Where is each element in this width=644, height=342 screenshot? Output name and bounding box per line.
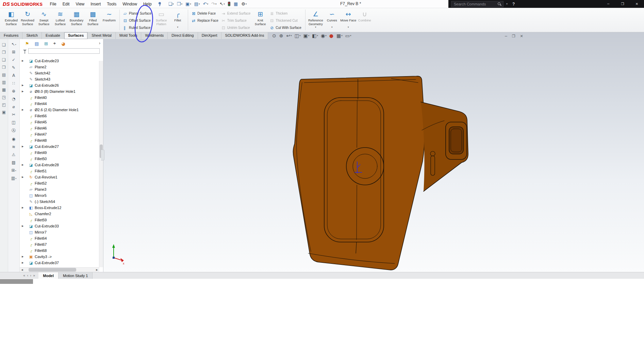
tab-scroll-start-icon[interactable]: « [23,274,25,277]
menu-item[interactable]: Window [119,1,140,7]
filled-surface-button[interactable]: ▩ Filled Surface [85,8,101,26]
tree-item[interactable]: ╭ Fillet49 [20,150,103,156]
offset-surface-button[interactable]: ⊟ Offset Surface [122,18,153,23]
propertymanager-tab-icon[interactable]: ▤ [35,41,39,46]
boundary-surface-button[interactable]: ▦ Boundary Surface [68,8,85,26]
tree-item[interactable]: ╭ Fillet48 [20,137,103,143]
scrollbar-thumb[interactable] [29,268,76,272]
tools-dock-icon[interactable]: ✂ [12,112,16,117]
model-3d-view[interactable]: x [103,32,644,272]
featuremanager-tab-icon[interactable]: ⚑ [25,41,29,46]
tree-item[interactable]: ╭ Fillet64 [20,235,103,241]
panel-splitter-handle[interactable] [101,150,104,160]
close-window-icon[interactable]: ✕ [630,0,644,8]
hide-show-items-icon[interactable]: ◉ ▾ [321,33,327,38]
tools-dock-icon[interactable]: ▥ ▾ [11,176,16,181]
tools-dock-icon[interactable]: ✎ [12,65,16,70]
left-dock-icon[interactable]: ▣ [2,110,6,115]
tree-item[interactable]: ▶ ◪ Cut-Extrude26 [20,82,103,88]
expand-arrow-icon[interactable]: ▶ [20,145,26,148]
tools-dock-icon[interactable]: ≋ [12,144,16,149]
document-restore-icon[interactable]: ❐ [512,34,515,38]
zoom-to-area-icon[interactable]: ⊕ [279,33,284,38]
planar-surface-button[interactable]: ▱ Planar Surface [122,11,153,16]
expand-arrow-icon[interactable]: ▶ [20,261,26,264]
left-dock-icon[interactable]: ❏ [2,42,6,47]
tools-dock-icon[interactable]: ▨ [12,160,16,165]
tree-item[interactable]: ▶ ◪ Cut-Extrude27 [20,143,103,150]
delete-face-button[interactable]: ⊠ Delete Face [190,11,220,16]
tree-item[interactable]: ╭ Fillet45 [20,119,103,125]
dropdown-caret-icon[interactable]: ▾ [348,26,349,29]
expand-arrow-icon[interactable]: ▶ [20,176,26,178]
lofted-surface-button[interactable]: ≋ Lofted Surface [52,8,68,26]
tree-item[interactable]: ▶ ⌀ Ø8.0 (8) Diameter Hole1 [20,88,103,95]
new-document-icon[interactable]: ❏ ▾ [167,1,175,7]
tree-filter-input[interactable] [28,48,100,54]
minimize-window-icon[interactable]: ─ [601,0,615,8]
expand-arrow-icon[interactable]: ▶ [20,255,26,258]
scrollbar-track[interactable] [24,268,95,272]
tree-item[interactable]: ▶ ◪ Cut-Extrude33 [20,223,103,229]
search-commands-box[interactable] [451,1,503,7]
tools-dock-icon[interactable]: A [12,73,15,78]
menu-item[interactable]: Edit [60,1,73,7]
tab-scroll-next-icon[interactable]: › [30,274,31,277]
tree-item[interactable]: ╭ Fillet51 [20,168,103,174]
expand-arrow-icon[interactable]: ▶ [20,164,26,166]
tree-item[interactable]: ╭ Fillet67 [20,241,103,247]
search-dropdown-caret-icon[interactable]: ▾ [506,2,508,5]
help-button[interactable]: ? [510,2,517,6]
commandmanager-tab[interactable]: SOLIDWORKS Add-Ins [221,32,268,39]
select-cursor-icon[interactable]: ↖ ▾ [218,1,226,7]
tree-item[interactable]: ╭ Fillet68 [20,247,103,254]
freeform-button[interactable]: ∼ Freeform [101,8,117,26]
menu-item[interactable]: View [72,1,87,7]
commandmanager-tab[interactable]: Weldments [141,32,168,39]
tree-item[interactable]: ╭ Fillet47 [20,131,103,137]
fillet-button[interactable]: ╭ Fillet ▾ [169,8,186,29]
commandmanager-tab[interactable]: Features [0,32,22,39]
revolved-surface-button[interactable]: ↻ Revolved Surface [19,8,36,26]
open-document-icon[interactable]: ❒ ▾ [176,1,183,7]
tree-item[interactable]: ╭ Fillet46 [20,125,103,131]
tree-item[interactable]: ▶ ◪ Cut-Extrude37 [20,260,103,266]
print-icon[interactable]: ▤ ▾ [193,1,201,7]
move-face-button[interactable]: ↔ Move Face ▾ [340,8,357,29]
rebuild-stoplight-icon[interactable] [227,1,232,7]
reference-geometry-button[interactable]: ∠ Reference Geometry ▾ [308,8,324,29]
options-gear-icon[interactable]: ⚙ ▾ [240,1,248,7]
menu-item[interactable]: File [47,1,59,7]
commandmanager-tab[interactable]: Sketch [22,32,42,39]
model-tab[interactable]: Model [38,272,59,279]
tools-dock-icon[interactable]: ◔ [12,97,16,101]
tree-item[interactable]: ╭ Fillet66 [20,113,103,119]
tab-scroll-prev-icon[interactable]: ‹ [27,274,28,277]
tree-item[interactable]: ◺ Chamfer2 [20,211,103,217]
swept-surface-button[interactable]: ∿ Swept Surface [36,8,52,26]
tools-dock-icon[interactable]: ⊞ ▾ [11,168,16,173]
tools-dock-icon[interactable]: ⊕ [12,89,16,93]
tree-item[interactable]: ╭ Fillet52 [20,180,103,186]
cut-with-surface-button[interactable]: ⊘ Cut With Surface [268,25,303,31]
view-settings-icon[interactable]: ▭ ▾ [345,33,351,38]
tree-item[interactable]: ◫ Mirror7 [20,229,103,235]
tree-item[interactable]: ▶ ⌀ Ø2.6 (2.6) Diameter Hole1 [20,107,103,113]
section-view-icon[interactable]: ◫ ▾ [295,33,301,38]
commandmanager-tab[interactable]: Evaluate [42,32,64,39]
left-dock-icon[interactable]: ▤ [2,72,6,77]
commandmanager-tab[interactable]: Surfaces [64,32,88,39]
left-dock-icon[interactable]: ◳ [2,95,6,100]
tab-scroll-end-icon[interactable]: » [33,274,35,277]
save-icon[interactable]: ▣ ▾ [184,1,192,7]
tree-item[interactable]: ✎ Sketch43 [20,76,103,82]
expand-arrow-icon[interactable]: ▶ [20,84,26,87]
view-orientation-icon[interactable]: ▣ ▾ [303,33,309,38]
tree-item[interactable]: ▶ ◪ Cut-Extrude23 [20,58,103,64]
tree-item[interactable]: ✎ (-) Sketch54 [20,199,103,205]
tools-dock-icon[interactable]: Ⓐ [12,128,16,134]
tree-item[interactable]: ╭ Fillet40 [20,95,103,101]
ruled-surface-button[interactable]: ∥ Ruled Surface [122,25,153,31]
tree-item[interactable]: ▶ ◪ Cut-Extrude28 [20,162,103,168]
tree-item[interactable]: ╭ Fillet44 [20,101,103,107]
